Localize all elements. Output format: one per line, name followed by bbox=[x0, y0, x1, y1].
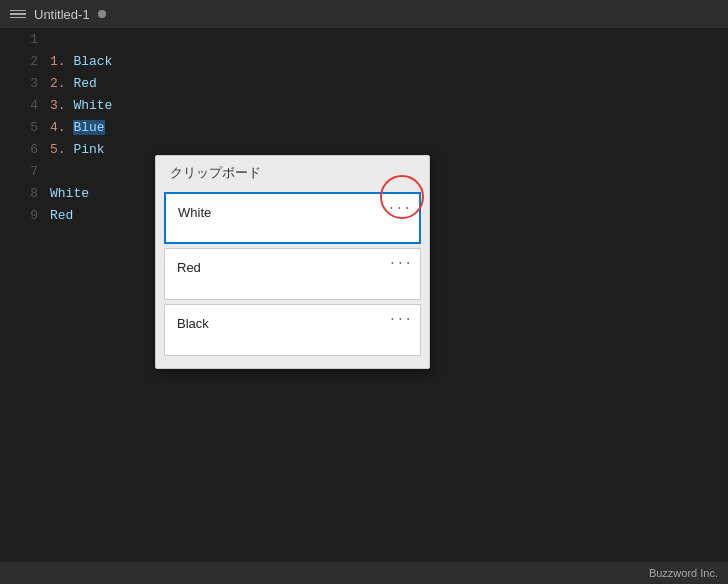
title-bar: Untitled-1 bbox=[0, 0, 728, 28]
clipboard-item[interactable]: White··· bbox=[164, 192, 421, 244]
line-number: 4 bbox=[8, 98, 38, 113]
line-number: 8 bbox=[8, 186, 38, 201]
editor-line: 1 bbox=[0, 32, 728, 54]
line-content: 5. Pink bbox=[50, 142, 105, 157]
footer-brand: Buzzword Inc. bbox=[649, 567, 718, 579]
line-content: 4. Blue bbox=[50, 120, 105, 135]
line-number: 2 bbox=[8, 54, 38, 69]
clipboard-item-more-button[interactable]: ··· bbox=[389, 257, 412, 270]
clipboard-item-more-button[interactable]: ··· bbox=[388, 202, 411, 215]
line-content: 1. Black bbox=[50, 54, 112, 69]
clipboard-item[interactable]: Black··· bbox=[164, 304, 421, 356]
clipboard-item-text: White bbox=[178, 205, 211, 220]
window-title: Untitled-1 bbox=[34, 7, 90, 22]
line-number: 9 bbox=[8, 208, 38, 223]
editor-line: 54. Blue bbox=[0, 120, 728, 142]
clipboard-item[interactable]: Red··· bbox=[164, 248, 421, 300]
footer-bar: Buzzword Inc. bbox=[0, 562, 728, 584]
line-number: 5 bbox=[8, 120, 38, 135]
line-number: 3 bbox=[8, 76, 38, 91]
clipboard-item-text: Black bbox=[177, 316, 209, 331]
clipboard-item-more-button[interactable]: ··· bbox=[389, 313, 412, 326]
clipboard-title: クリップボード bbox=[156, 156, 429, 188]
line-number: 6 bbox=[8, 142, 38, 157]
line-number: 7 bbox=[8, 164, 38, 179]
line-content: White bbox=[50, 186, 89, 201]
clipboard-item-text: Red bbox=[177, 260, 201, 275]
line-number: 1 bbox=[8, 32, 38, 47]
clipboard-popup: クリップボード White···Red···Black··· bbox=[155, 155, 430, 369]
line-content: Red bbox=[50, 208, 73, 223]
unsaved-indicator bbox=[98, 10, 106, 18]
editor-line: 32. Red bbox=[0, 76, 728, 98]
editor-line: 21. Black bbox=[0, 54, 728, 76]
menu-icon bbox=[10, 6, 26, 22]
editor-line: 43. White bbox=[0, 98, 728, 120]
line-content: 2. Red bbox=[50, 76, 97, 91]
line-content: 3. White bbox=[50, 98, 112, 113]
